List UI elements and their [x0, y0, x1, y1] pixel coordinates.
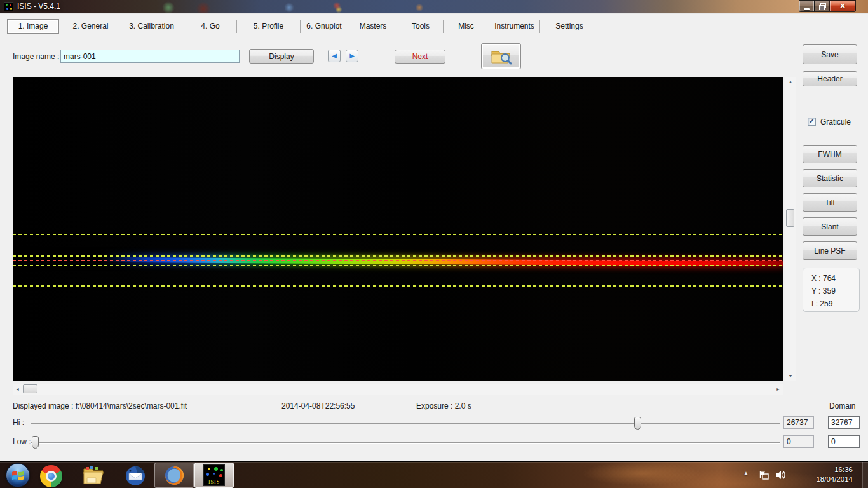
- domain-label: Domain: [829, 402, 855, 410]
- tab-misc[interactable]: Misc: [444, 20, 489, 33]
- isis-taskbar-button[interactable]: ISIS: [194, 463, 234, 488]
- next-button[interactable]: Next: [395, 50, 445, 64]
- tab-profile-label: 5. Profile: [254, 22, 283, 30]
- tab-masters[interactable]: Masters: [348, 20, 398, 33]
- tab-go-label: 4. Go: [201, 22, 219, 30]
- screen: ISIS - V5.4.1 × 1. Image 2. General 3. C…: [0, 0, 868, 488]
- tab-profile[interactable]: 5. Profile: [237, 20, 301, 33]
- tab-tools-label: Tools: [412, 22, 430, 30]
- domain-low-input[interactable]: 0: [828, 435, 860, 448]
- folder-search-icon: [490, 47, 513, 65]
- slant-button[interactable]: Slant: [803, 217, 857, 236]
- tab-gnuplot-label: 6. Gnuplot: [306, 22, 341, 30]
- exposure-text: Exposure : 2.0 s: [416, 402, 471, 410]
- app-icon-dot: [6, 4, 8, 6]
- image-name-label: Image name :: [13, 52, 59, 61]
- action-center-icon[interactable]: [759, 470, 769, 488]
- cursor-y: Y : 359: [811, 285, 859, 297]
- restore-button[interactable]: [814, 0, 830, 12]
- tab-calibration-label: 3. Calibration: [129, 22, 174, 30]
- vertical-scrollbar[interactable]: ▲ ▼: [785, 77, 796, 381]
- tab-general-label: 2. General: [72, 22, 108, 30]
- tray-expand-icon[interactable]: ▲: [743, 470, 749, 476]
- scroll-right-icon[interactable]: ►: [773, 384, 783, 395]
- left-arrow-icon: ◀: [332, 53, 337, 59]
- displayed-image-path: Displayed image : f:\080414\mars\2sec\ma…: [13, 402, 187, 410]
- firefox-icon: [163, 464, 186, 487]
- isis-icon: ISIS: [203, 464, 225, 486]
- graticule-line: [13, 255, 783, 257]
- app-icon-dot: [10, 8, 12, 10]
- scroll-left-icon[interactable]: ◄: [13, 384, 22, 395]
- tab-image[interactable]: 1. Image: [4, 20, 62, 33]
- firefox-taskbar-button[interactable]: [154, 463, 194, 488]
- graticule-checkbox[interactable]: ✓: [808, 118, 816, 126]
- low-slider-thumb[interactable]: [32, 436, 39, 449]
- scroll-down-icon[interactable]: ▼: [785, 371, 796, 381]
- image-timestamp: 2014-04-08T22:56:55: [281, 402, 355, 410]
- domain-hi-input[interactable]: 32767: [828, 416, 860, 429]
- vertical-scrollbar-thumb[interactable]: [786, 209, 794, 227]
- thunderbird-icon[interactable]: [124, 465, 147, 488]
- tab-settings[interactable]: Settings: [540, 20, 599, 33]
- fwhm-button[interactable]: FWHM: [803, 145, 857, 163]
- graticule-line: [13, 285, 783, 287]
- tab-general[interactable]: 2. General: [62, 20, 119, 33]
- low-label: Low :: [13, 437, 31, 446]
- network-icon[interactable]: [792, 471, 801, 488]
- statistic-button[interactable]: Statistic: [803, 169, 857, 187]
- tab-calibration[interactable]: 3. Calibration: [119, 20, 184, 33]
- graticule-line: [13, 234, 783, 235]
- taskbar-clock[interactable]: 16:36 18/04/2014: [802, 465, 857, 484]
- show-desktop-button[interactable]: [862, 462, 868, 488]
- tab-masters-label: Masters: [360, 22, 387, 30]
- tab-image-label: 1. Image: [7, 19, 59, 34]
- clock-time: 16:36: [802, 465, 853, 475]
- app-icon-dot: [10, 4, 11, 6]
- previous-image-button[interactable]: ◀: [328, 50, 341, 62]
- low-value-box: 0: [783, 435, 814, 448]
- image-viewport[interactable]: [13, 77, 783, 381]
- minimize-icon: [804, 8, 810, 10]
- clock-date: 18/04/2014: [802, 475, 853, 484]
- low-slider-track[interactable]: [31, 442, 780, 443]
- image-name-input[interactable]: [60, 50, 240, 63]
- tab-gnuplot[interactable]: 6. Gnuplot: [301, 20, 348, 33]
- save-button[interactable]: Save: [803, 44, 857, 64]
- minimize-button[interactable]: [799, 0, 815, 12]
- line-psf-button[interactable]: Line PSF: [803, 241, 857, 260]
- explorer-icon[interactable]: [81, 465, 105, 488]
- scroll-up-icon[interactable]: ▲: [785, 77, 796, 87]
- chrome-icon[interactable]: [40, 465, 62, 487]
- header-button[interactable]: Header: [803, 71, 857, 86]
- display-button[interactable]: Display: [249, 49, 314, 64]
- isis-icon-label: ISIS: [204, 480, 224, 485]
- tab-go[interactable]: 4. Go: [184, 20, 237, 33]
- browse-button[interactable]: [481, 43, 521, 69]
- window-controls: ×: [799, 0, 856, 12]
- taskbar: ISIS ▲ 16:36 18/04/2014: [0, 461, 868, 488]
- tab-instruments[interactable]: Instruments: [489, 20, 540, 33]
- graticule-center-line: [13, 260, 783, 261]
- graticule-label: Graticule: [820, 118, 851, 126]
- close-icon: ×: [840, 1, 845, 11]
- app-icon-dot: [6, 8, 8, 10]
- start-button[interactable]: [6, 463, 30, 487]
- tab-tools[interactable]: Tools: [398, 20, 444, 33]
- check-icon: ✓: [809, 118, 815, 125]
- tab-misc-label: Misc: [458, 22, 474, 30]
- horizontal-scrollbar[interactable]: ◄ ►: [13, 384, 783, 395]
- tab-settings-label: Settings: [555, 22, 583, 30]
- spectrum-band: [13, 255, 783, 268]
- hi-slider-track[interactable]: [31, 423, 780, 424]
- close-button[interactable]: ×: [829, 0, 856, 12]
- window-title: ISIS - V5.4.1: [17, 0, 60, 13]
- next-image-button[interactable]: ▶: [346, 50, 358, 62]
- cursor-intensity: I : 259: [811, 297, 859, 310]
- hi-slider-thumb[interactable]: [634, 417, 641, 430]
- app-icon: [4, 2, 13, 11]
- horizontal-scrollbar-thumb[interactable]: [23, 384, 37, 393]
- volume-icon[interactable]: [775, 470, 786, 488]
- tilt-button[interactable]: Tilt: [803, 193, 857, 212]
- tab-instruments-label: Instruments: [494, 22, 534, 30]
